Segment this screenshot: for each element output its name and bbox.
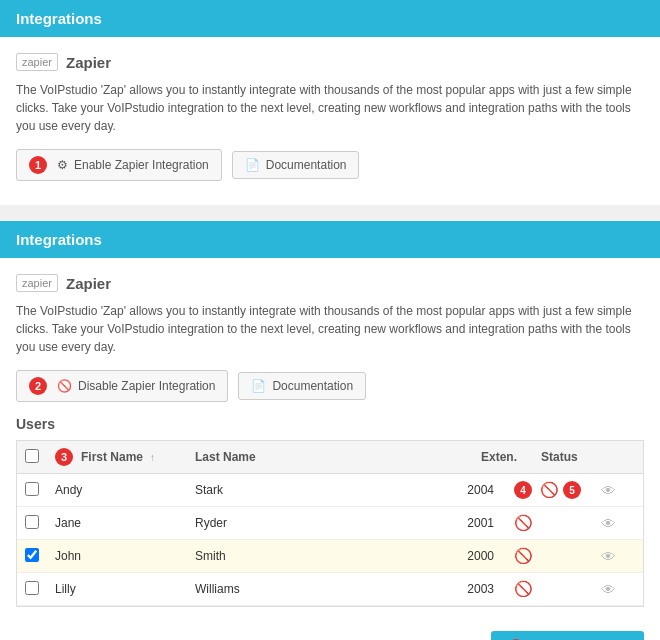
- section-integrations-2: Integrations zapier Zapier The VoIPstudi…: [0, 221, 660, 640]
- disable-button-label: Disable Zapier Integration: [78, 379, 215, 393]
- doc-button-label-2: Documentation: [272, 379, 353, 393]
- andy-status-icons: 4 🚫 5: [514, 481, 585, 499]
- row-jane-check-cell: [17, 507, 47, 540]
- documentation-button-2[interactable]: 📄 Documentation: [238, 372, 366, 400]
- row-lilly-last: Williams: [187, 573, 446, 606]
- row-jane-checkbox[interactable]: [25, 515, 39, 529]
- table-row: Lilly Williams 2003 🚫 👁: [17, 573, 643, 606]
- row-andy-last: Stark: [187, 474, 446, 507]
- zapier-description-2: The VoIPstudio 'Zap' allows you to insta…: [16, 302, 644, 356]
- row-andy-status: 4 🚫 5: [506, 474, 593, 507]
- row-andy-actions: 👁: [593, 474, 643, 507]
- zapier-logo-row-1: zapier Zapier: [16, 53, 644, 71]
- table-scroll-body[interactable]: Andy Stark 2004 4 🚫 5: [17, 474, 643, 606]
- section-title-1: Integrations: [16, 10, 102, 27]
- lilly-view-icon[interactable]: 👁: [601, 581, 616, 598]
- andy-view-icon[interactable]: 👁: [601, 482, 616, 499]
- badge-3: 3: [55, 448, 73, 466]
- button-row-2: 2 🚫 Disable Zapier Integration 📄 Documen…: [16, 370, 644, 402]
- row-jane-status: 🚫: [506, 507, 593, 540]
- send-invitation-button[interactable]: 6 Send Invitation: [491, 631, 644, 640]
- row-jane-ext: 2001: [446, 507, 506, 540]
- andy-block-icon[interactable]: 🚫: [540, 481, 559, 499]
- table-row: Andy Stark 2004 4 🚫 5: [17, 474, 643, 507]
- zapier-title-1: Zapier: [66, 54, 111, 71]
- button-row-1: 1 ⚙ Enable Zapier Integration 📄 Document…: [16, 149, 644, 181]
- zapier-logo-1: zapier: [16, 53, 58, 71]
- header-last-name: Last Name: [187, 441, 473, 474]
- row-john-last: Smith: [187, 540, 446, 573]
- row-lilly-ext: 2003: [446, 573, 506, 606]
- row-andy-ext: 2004: [446, 474, 506, 507]
- badge-5: 5: [563, 481, 581, 499]
- row-john-checkbox[interactable]: [25, 548, 39, 562]
- row-lilly-checkbox[interactable]: [25, 581, 39, 595]
- users-title: Users: [16, 416, 644, 432]
- documentation-button-1[interactable]: 📄 Documentation: [232, 151, 360, 179]
- row-andy-first-name: Andy: [55, 483, 82, 497]
- row-andy-first: Andy: [47, 474, 187, 507]
- row-lilly-first: Lilly: [47, 573, 187, 606]
- row-lilly-status: 🚫: [506, 573, 593, 606]
- doc-button-label-1: Documentation: [266, 158, 347, 172]
- section-header-1: Integrations: [0, 0, 660, 37]
- jane-block-icon[interactable]: 🚫: [514, 514, 533, 531]
- john-block-icon[interactable]: 🚫: [514, 547, 533, 564]
- sort-arrow-icon: ↑: [150, 452, 155, 463]
- zapier-logo-row-2: zapier Zapier: [16, 274, 644, 292]
- row-john-first: John: [47, 540, 187, 573]
- gear-icon: ⚙: [57, 158, 68, 172]
- badge-1: 1: [29, 156, 47, 174]
- section-title-2: Integrations: [16, 231, 102, 248]
- select-all-checkbox[interactable]: [25, 449, 39, 463]
- doc-icon-2: 📄: [251, 379, 266, 393]
- header-first-name: 3 First Name ↑: [47, 441, 187, 474]
- enable-zapier-button[interactable]: 1 ⚙ Enable Zapier Integration: [16, 149, 222, 181]
- zapier-title-2: Zapier: [66, 275, 111, 292]
- enable-button-label: Enable Zapier Integration: [74, 158, 209, 172]
- jane-view-icon[interactable]: 👁: [601, 515, 616, 532]
- section-header-2: Integrations: [0, 221, 660, 258]
- lilly-block-icon[interactable]: 🚫: [514, 580, 533, 597]
- row-andy-check-cell: [17, 474, 47, 507]
- section-body-2: zapier Zapier The VoIPstudio 'Zap' allow…: [0, 258, 660, 623]
- zapier-logo-2: zapier: [16, 274, 58, 292]
- row-john-status: 🚫: [506, 540, 593, 573]
- disable-zapier-button[interactable]: 2 🚫 Disable Zapier Integration: [16, 370, 228, 402]
- row-john-check-cell: [17, 540, 47, 573]
- row-jane-actions: 👁: [593, 507, 643, 540]
- row-andy-checkbox[interactable]: [25, 482, 39, 496]
- send-invitation-row: 6 Send Invitation: [0, 623, 660, 640]
- section-integrations-1: Integrations zapier Zapier The VoIPstudi…: [0, 0, 660, 205]
- first-name-header-content: 3 First Name ↑: [55, 448, 179, 466]
- row-john-actions: 👁: [593, 540, 643, 573]
- header-status: Status: [533, 441, 593, 474]
- row-jane-last: Ryder: [187, 507, 446, 540]
- row-jane-first: Jane: [47, 507, 187, 540]
- header-row: 3 First Name ↑ Last Name Exten. Status: [17, 441, 643, 474]
- first-name-label: First Name: [81, 450, 143, 464]
- ban-icon: 🚫: [57, 379, 72, 393]
- zapier-description-1: The VoIPstudio 'Zap' allows you to insta…: [16, 81, 644, 135]
- users-table-body: Andy Stark 2004 4 🚫 5: [17, 474, 643, 606]
- table-body: Andy Stark 2004 4 🚫 5: [17, 474, 643, 606]
- row-lilly-check-cell: [17, 573, 47, 606]
- badge-4: 4: [514, 481, 532, 499]
- header-check: [17, 441, 47, 474]
- table-row: John Smith 2000 🚫 👁: [17, 540, 643, 573]
- row-john-ext: 2000: [446, 540, 506, 573]
- header-actions: [593, 441, 643, 474]
- header-extension: Exten.: [473, 441, 533, 474]
- table-header: 3 First Name ↑ Last Name Exten. Status: [17, 441, 643, 474]
- table-row: Jane Ryder 2001 🚫 👁: [17, 507, 643, 540]
- badge-2: 2: [29, 377, 47, 395]
- section-body-1: zapier Zapier The VoIPstudio 'Zap' allow…: [0, 37, 660, 205]
- users-table: 3 First Name ↑ Last Name Exten. Status: [17, 441, 643, 474]
- users-section: Users 3 First Name ↑: [16, 416, 644, 607]
- john-view-icon[interactable]: 👁: [601, 548, 616, 565]
- row-lilly-actions: 👁: [593, 573, 643, 606]
- users-table-wrapper: 3 First Name ↑ Last Name Exten. Status: [16, 440, 644, 607]
- doc-icon-1: 📄: [245, 158, 260, 172]
